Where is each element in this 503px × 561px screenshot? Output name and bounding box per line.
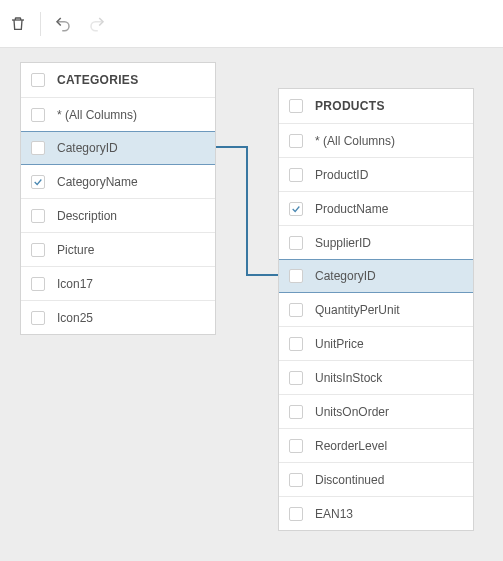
column-row[interactable]: CategoryName [21, 164, 215, 198]
column-label: ReorderLevel [315, 439, 387, 453]
column-label: * (All Columns) [57, 108, 137, 122]
column-label: * (All Columns) [315, 134, 395, 148]
column-row[interactable]: CategoryID [21, 131, 215, 165]
column-label: CategoryID [57, 141, 118, 155]
redo-icon[interactable] [87, 14, 107, 34]
column-checkbox[interactable] [31, 277, 45, 291]
column-label: ProductName [315, 202, 388, 216]
column-checkbox[interactable] [289, 236, 303, 250]
column-label: CategoryName [57, 175, 138, 189]
column-checkbox[interactable] [289, 337, 303, 351]
column-checkbox[interactable] [289, 134, 303, 148]
column-row[interactable]: Description [21, 198, 215, 232]
column-label: UnitsOnOrder [315, 405, 389, 419]
column-row[interactable]: SupplierID [279, 225, 473, 259]
table-header[interactable]: CATEGORIES [21, 63, 215, 97]
column-row[interactable]: ProductName [279, 191, 473, 225]
column-checkbox[interactable] [31, 175, 45, 189]
column-label: Picture [57, 243, 94, 257]
column-checkbox[interactable] [289, 439, 303, 453]
column-label: UnitsInStock [315, 371, 382, 385]
column-label: CategoryID [315, 269, 376, 283]
column-checkbox[interactable] [31, 108, 45, 122]
column-label: SupplierID [315, 236, 371, 250]
column-label: UnitPrice [315, 337, 364, 351]
toolbar [0, 0, 503, 48]
column-row[interactable]: UnitPrice [279, 326, 473, 360]
column-checkbox[interactable] [289, 303, 303, 317]
column-row[interactable]: Icon25 [21, 300, 215, 334]
column-checkbox[interactable] [289, 405, 303, 419]
column-checkbox[interactable] [31, 243, 45, 257]
column-row[interactable]: UnitsInStock [279, 360, 473, 394]
column-row[interactable]: * (All Columns) [279, 123, 473, 157]
column-checkbox[interactable] [31, 209, 45, 223]
table-categories[interactable]: CATEGORIES* (All Columns)CategoryIDCateg… [20, 62, 216, 335]
column-row[interactable]: * (All Columns) [21, 97, 215, 131]
undo-icon[interactable] [53, 14, 73, 34]
column-checkbox[interactable] [289, 202, 303, 216]
column-label: Icon25 [57, 311, 93, 325]
column-checkbox[interactable] [289, 269, 303, 283]
column-label: Icon17 [57, 277, 93, 291]
column-row[interactable]: Discontinued [279, 462, 473, 496]
delete-icon[interactable] [8, 14, 28, 34]
column-row[interactable]: CategoryID [279, 259, 473, 293]
column-label: QuantityPerUnit [315, 303, 400, 317]
column-row[interactable]: ProductID [279, 157, 473, 191]
table-products[interactable]: PRODUCTS* (All Columns)ProductIDProductN… [278, 88, 474, 531]
column-checkbox[interactable] [289, 168, 303, 182]
column-row[interactable]: QuantityPerUnit [279, 292, 473, 326]
table-header[interactable]: PRODUCTS [279, 89, 473, 123]
column-label: Discontinued [315, 473, 384, 487]
column-label: ProductID [315, 168, 368, 182]
column-checkbox[interactable] [289, 473, 303, 487]
column-label: EAN13 [315, 507, 353, 521]
table-title: PRODUCTS [315, 99, 385, 113]
column-row[interactable]: EAN13 [279, 496, 473, 530]
column-label: Description [57, 209, 117, 223]
column-row[interactable]: Icon17 [21, 266, 215, 300]
column-checkbox[interactable] [289, 507, 303, 521]
column-checkbox[interactable] [31, 311, 45, 325]
table-title: CATEGORIES [57, 73, 138, 87]
toolbar-separator [40, 12, 41, 36]
table-checkbox[interactable] [31, 73, 45, 87]
table-checkbox[interactable] [289, 99, 303, 113]
column-checkbox[interactable] [289, 371, 303, 385]
column-row[interactable]: Picture [21, 232, 215, 266]
column-row[interactable]: UnitsOnOrder [279, 394, 473, 428]
column-checkbox[interactable] [31, 141, 45, 155]
column-row[interactable]: ReorderLevel [279, 428, 473, 462]
design-canvas: CATEGORIES* (All Columns)CategoryIDCateg… [0, 48, 503, 561]
